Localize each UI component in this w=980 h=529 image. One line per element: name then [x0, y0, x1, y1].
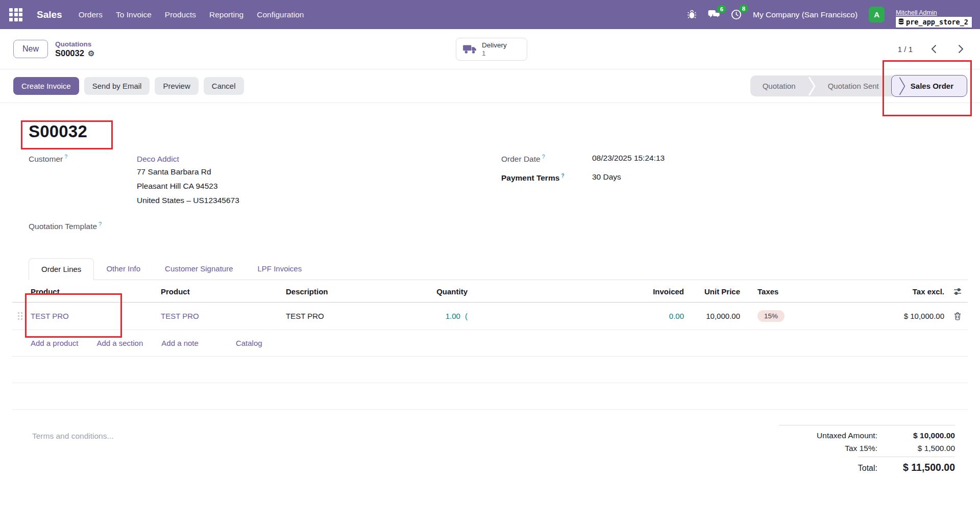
- apps-grid-icon[interactable]: [9, 8, 22, 21]
- optional-columns-icon[interactable]: [947, 281, 968, 301]
- messages-count-badge: 6: [717, 5, 726, 13]
- breadcrumb: Quotations S00032 ⚙: [55, 40, 94, 58]
- total-label: Total:: [858, 464, 877, 473]
- nav-item-reporting[interactable]: Reporting: [209, 10, 243, 19]
- tab-customer-signature[interactable]: Customer Signature: [153, 258, 245, 280]
- pager-count: 1 / 1: [898, 45, 913, 54]
- database-box: pre_app_store_2: [896, 17, 972, 28]
- status-separator-icon: [808, 75, 816, 96]
- add-a-section-link[interactable]: Add a section: [96, 339, 143, 347]
- help-icon: ?: [561, 172, 564, 179]
- col-unit-price[interactable]: Unit Price: [687, 280, 743, 302]
- preview-button[interactable]: Preview: [155, 77, 198, 95]
- tab-other-info[interactable]: Other Info: [94, 258, 153, 280]
- nav-item-configuration[interactable]: Configuration: [257, 10, 304, 19]
- col-description[interactable]: Description: [283, 280, 405, 302]
- add-a-product-link[interactable]: Add a product: [31, 339, 78, 347]
- customer-address-line: Pleasant Hill CA 94523: [137, 179, 501, 193]
- tab-order-lines[interactable]: Order Lines: [29, 258, 94, 280]
- col-taxes[interactable]: Taxes: [743, 280, 820, 302]
- order-date-label: Order Date?: [501, 154, 592, 164]
- payment-terms-field[interactable]: 30 Days: [592, 172, 968, 183]
- gear-icon[interactable]: ⚙: [88, 49, 94, 57]
- nav-item-orders[interactable]: Orders: [79, 10, 103, 19]
- breadcrumb-current: S00032: [55, 48, 84, 58]
- help-icon: ?: [542, 154, 545, 160]
- customer-address-line: United States – US12345673: [137, 193, 501, 208]
- status-step-sales-order[interactable]: Sales Order: [891, 75, 967, 97]
- truck-icon: [462, 44, 477, 55]
- col-product[interactable]: Product: [28, 280, 158, 302]
- status-step-quotation[interactable]: Quotation: [750, 75, 808, 96]
- breadcrumb-quotations[interactable]: Quotations: [55, 40, 94, 48]
- table-header-row: Product Product Description Quantity Inv…: [12, 280, 968, 303]
- company-switcher[interactable]: My Company (San Francisco): [753, 10, 857, 19]
- terms-and-conditions-input[interactable]: Terms and conditions...: [32, 425, 113, 477]
- quotation-template-field[interactable]: [137, 221, 501, 231]
- cell-taxes[interactable]: 15%: [743, 310, 820, 322]
- tax-tag[interactable]: 15%: [757, 310, 785, 322]
- tax-value: $ 1,500.00: [877, 444, 955, 453]
- empty-row: [12, 357, 968, 383]
- delete-row-trash-icon[interactable]: [947, 312, 968, 320]
- cell-subtotal: $ 10,000.00: [820, 312, 947, 320]
- pager-next-icon[interactable]: [955, 43, 967, 55]
- tax-label: Tax 15%:: [845, 444, 877, 453]
- customer-link[interactable]: Deco Addict: [137, 154, 501, 165]
- col-invoiced[interactable]: Invoiced: [471, 280, 687, 302]
- cell-invoiced[interactable]: 0.00: [471, 312, 687, 320]
- create-invoice-button[interactable]: Create Invoice: [13, 77, 79, 95]
- payment-terms-label: Payment Terms?: [501, 172, 592, 183]
- customer-address-line: 77 Santa Barbara Rd: [137, 165, 501, 179]
- activities-count-badge: 8: [739, 5, 748, 13]
- col-tax-excl[interactable]: Tax excl.: [820, 280, 947, 302]
- activities-clock-icon[interactable]: 8: [731, 9, 742, 20]
- table-row: TEST PRO TEST PRO TEST PRO 1.00 ( 0.00 1…: [12, 303, 968, 330]
- totals-divider: [858, 457, 955, 457]
- pager-previous-icon[interactable]: [928, 43, 940, 55]
- untaxed-amount-value: $ 10,000.00: [877, 431, 955, 440]
- send-by-email-button[interactable]: Send by Email: [84, 77, 150, 95]
- user-name[interactable]: Mitchell Admin: [896, 9, 937, 16]
- user-avatar[interactable]: A: [869, 7, 885, 22]
- add-a-note-link[interactable]: Add a note: [161, 339, 199, 347]
- cell-description[interactable]: TEST PRO: [283, 312, 405, 320]
- help-icon: ?: [99, 221, 102, 227]
- notebook-tabs: Order Lines Other Info Customer Signatur…: [29, 258, 968, 280]
- status-step-quotation-sent[interactable]: Quotation Sent: [816, 75, 891, 96]
- control-panel: New Quotations S00032 ⚙ Delivery 1 1 / 1: [0, 29, 980, 69]
- order-date-field[interactable]: 08/23/2025 15:24:13: [592, 154, 968, 164]
- form-sheet: S00032 Customer? Deco Addict 77 Santa Ba…: [0, 103, 980, 477]
- database-name: pre_app_store_2: [906, 18, 968, 26]
- order-lines-table: Product Product Description Quantity Inv…: [12, 280, 968, 410]
- cell-product[interactable]: TEST PRO: [28, 312, 158, 320]
- delivery-label: Delivery: [482, 41, 507, 49]
- col-product-2[interactable]: Product: [158, 280, 283, 302]
- nav-item-to-invoice[interactable]: To Invoice: [116, 10, 152, 19]
- customer-label: Customer?: [29, 154, 137, 208]
- debug-bug-icon[interactable]: [687, 10, 697, 19]
- user-menu[interactable]: Mitchell Admin pre_app_store_2: [896, 9, 972, 28]
- total-value: $ 11,500.00: [877, 462, 955, 473]
- help-icon: ?: [64, 154, 67, 160]
- cell-unit-price[interactable]: 10,000.00: [687, 312, 743, 320]
- cell-product-2[interactable]: TEST PRO: [158, 312, 283, 320]
- tab-lpf-invoices[interactable]: LPF Invoices: [245, 258, 314, 280]
- catalog-link[interactable]: Catalog: [236, 339, 262, 347]
- cancel-button[interactable]: Cancel: [204, 77, 244, 95]
- delivery-count: 1: [482, 49, 507, 58]
- totals-block: Untaxed Amount: $ 10,000.00 Tax 15%: $ 1…: [779, 425, 955, 477]
- untaxed-amount-label: Untaxed Amount:: [817, 431, 877, 440]
- new-button[interactable]: New: [13, 40, 48, 58]
- drag-handle-icon[interactable]: [12, 312, 28, 320]
- empty-row: [12, 383, 968, 410]
- nav-item-products[interactable]: Products: [165, 10, 196, 19]
- page-title: S00032: [29, 122, 968, 141]
- statusbar: Quotation Quotation Sent Sales Order: [750, 75, 967, 96]
- col-quantity[interactable]: Quantity: [405, 280, 471, 302]
- messages-icon[interactable]: 6: [708, 10, 720, 20]
- cell-quantity[interactable]: 1.00 (: [405, 312, 471, 320]
- quantity-overflow: (: [465, 312, 468, 320]
- delivery-smart-button[interactable]: Delivery 1: [456, 38, 527, 61]
- app-name[interactable]: Sales: [37, 9, 62, 20]
